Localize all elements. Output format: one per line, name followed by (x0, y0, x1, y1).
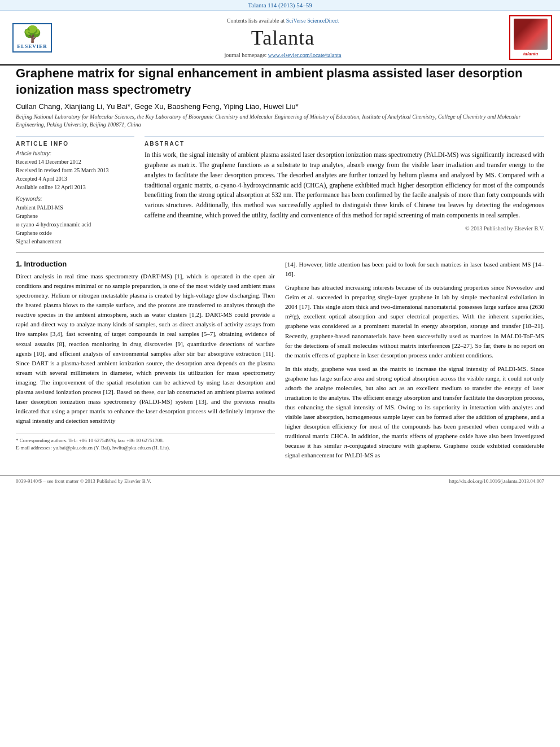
body-right-col: [14]. However, little attention has been… (285, 260, 544, 464)
elsevier-logo: 🌳 ELSEVIER (7, 15, 58, 60)
right-para-3: In this study, graphene was used as the … (285, 364, 544, 460)
journal-issue-bar: Talanta 114 (2013) 54–59 (0, 0, 560, 11)
footnote-area: * Corresponding authors. Tel.: +86 10 62… (16, 434, 275, 452)
talanta-logo-box: talanta (508, 15, 553, 60)
doi-text: http://dx.doi.org/10.1016/j.talanta.2013… (449, 478, 544, 484)
right-body-text: [14]. However, little attention has been… (285, 260, 544, 460)
paper-content: Graphene matrix for signal enhancement i… (0, 65, 560, 475)
journal-title: Talanta (63, 26, 502, 50)
talanta-logo-label: talanta (514, 51, 548, 56)
available-online-date: Available online 12 April 2013 (16, 183, 134, 191)
article-history: Article history: Received 14 December 20… (16, 150, 134, 191)
footnote-corresponding: * Corresponding authors. Tel.: +86 10 62… (16, 437, 275, 445)
keyword-4: Graphene oxide (16, 229, 134, 237)
keyword-1: Ambient PALDI-MS (16, 203, 134, 212)
elsevier-label: ELSEVIER (17, 43, 47, 49)
authors-text: Cuilan Chang, Xianjiang Li, Yu Bai*, Geg… (16, 102, 299, 111)
journal-homepage-line: journal homepage: www.elsevier.com/locat… (63, 52, 502, 58)
sciverse-link[interactable]: SciVerse ScienceDirect (286, 18, 339, 24)
keyword-5: Signal enhancement (16, 237, 134, 246)
intro-body-text: Direct analysis in real time mass spectr… (16, 272, 275, 426)
revised-date: Received in revised form 25 March 2013 (16, 166, 134, 174)
contents-text: Contents lists available at (227, 18, 285, 24)
authors-line: Cuilan Chang, Xianjiang Li, Yu Bai*, Geg… (16, 102, 544, 111)
page: Talanta 114 (2013) 54–59 🌳 ELSEVIER Cont… (0, 0, 560, 747)
intro-paragraph: Direct analysis in real time mass spectr… (16, 272, 275, 426)
history-label: Article history: (16, 150, 134, 156)
abstract-col: ABSTRACT In this work, the signal intens… (145, 137, 544, 246)
received-date: Received 14 December 2012 (16, 158, 134, 166)
homepage-link[interactable]: www.elsevier.com/locate/talanta (268, 52, 342, 58)
abstract-text: In this work, the signal intensity of am… (145, 150, 544, 221)
accepted-date: Accepted 4 April 2013 (16, 174, 134, 183)
journal-issue-text: Talanta 114 (2013) 54–59 (248, 2, 312, 8)
contents-line: Contents lists available at SciVerse Sci… (63, 18, 502, 24)
intro-section-title: 1. Introduction (16, 260, 275, 268)
body-left-col: 1. Introduction Direct analysis in real … (16, 260, 275, 464)
issn-text: 0039-9140/$ – see front matter © 2013 Pu… (16, 478, 151, 484)
abstract-heading: ABSTRACT (145, 141, 544, 147)
talanta-logo-image (514, 19, 548, 50)
article-title: Graphene matrix for signal enhancement i… (16, 65, 544, 98)
keyword-2: Graphene (16, 212, 134, 220)
bottom-bar: 0039-9140/$ – see front matter © 2013 Pu… (0, 475, 560, 486)
footnote-email: E-mail addresses: yu.bai@pku.edu.cn (Y. … (16, 444, 275, 452)
keyword-3: α-cyano-4-hydroxycinnamic acid (16, 220, 134, 229)
right-para-2: Graphene has attracted increasing intere… (285, 283, 544, 360)
section-divider (16, 252, 544, 253)
journal-title-area: Contents lists available at SciVerse Sci… (63, 15, 502, 60)
article-info-heading: ARTICLE INFO (16, 141, 134, 147)
homepage-label: journal homepage: (224, 52, 266, 58)
article-info-col: ARTICLE INFO Article history: Received 1… (16, 137, 134, 246)
journal-header: 🌳 ELSEVIER Contents lists available at S… (0, 11, 560, 65)
keywords-section: Keywords: Ambient PALDI-MS Graphene α-cy… (16, 196, 134, 246)
copyright-line: © 2013 Published by Elsevier B.V. (145, 225, 544, 231)
keywords-label: Keywords: (16, 196, 134, 202)
main-body: 1. Introduction Direct analysis in real … (16, 260, 544, 464)
article-info-abstract: ARTICLE INFO Article history: Received 1… (16, 137, 544, 246)
affiliations: Beijing National Laboratory for Molecula… (16, 113, 544, 129)
right-para-1: [14]. However, little attention has been… (285, 260, 544, 279)
elsevier-tree-icon: 🌳 (23, 27, 42, 42)
